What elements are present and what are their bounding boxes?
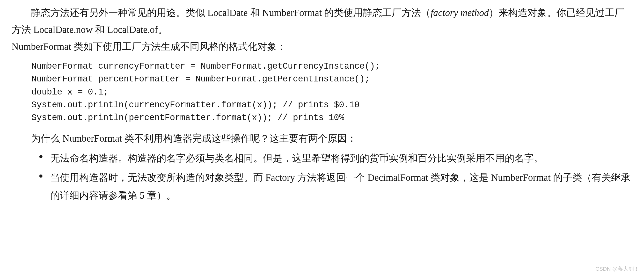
text: 当使用构造器时，无法改变所构造的对象类型。而 bbox=[50, 172, 266, 183]
text: 类不利用构造器完成这些操作呢？这主要有两个原因： bbox=[122, 133, 356, 144]
classname-localdate: LocalDate bbox=[208, 7, 248, 18]
text: 为什么 bbox=[31, 133, 62, 144]
code-line-1: NumberFormat currencyFormatter = NumberF… bbox=[32, 62, 380, 71]
text: 和 bbox=[92, 24, 107, 35]
watermark: CSDN @蒋大钊！ bbox=[596, 264, 639, 274]
bullet-text: 无法命名构造器。构造器的名字必须与类名相同。但是，这里希望将得到的货币实例和百分… bbox=[50, 153, 544, 164]
classname-numberformat: NumberFormat bbox=[262, 7, 322, 18]
list-item: 无法命名构造器。构造器的名字必须与类名相同。但是，这里希望将得到的货币实例和百分… bbox=[12, 149, 632, 167]
text: 。 bbox=[158, 24, 168, 35]
code-line-3: double x = 0.1; bbox=[32, 87, 108, 97]
term-factory: Factory bbox=[266, 172, 295, 183]
code-line-4: System.out.println(currencyFormatter.for… bbox=[32, 100, 360, 110]
classname-numberformat-3: NumberFormat bbox=[62, 133, 122, 144]
classname-numberformat-4: NumberFormat bbox=[491, 172, 551, 183]
text: 类对象，这是 bbox=[428, 172, 491, 183]
text: 和 bbox=[248, 7, 262, 18]
text: 静态方法还有另外一种常见的用途。类似 bbox=[31, 7, 208, 18]
intro-paragraph: 静态方法还有另外一种常见的用途。类似 LocalDate 和 NumberFor… bbox=[12, 4, 632, 55]
code-block: NumberFormat currencyFormatter = NumberF… bbox=[32, 60, 632, 124]
code-line-5: System.out.println(percentFormatter.form… bbox=[32, 113, 344, 123]
text: 的类使用静态工厂方法（ bbox=[322, 7, 430, 18]
method-localdate-now: LocalDate.now bbox=[33, 24, 92, 35]
list-item: 当使用构造器时，无法改变所构造的对象类型。而 Factory 方法将返回一个 D… bbox=[12, 169, 632, 204]
term-factory-method: factory method bbox=[430, 7, 489, 18]
bullet-list: 无法命名构造器。构造器的名字必须与类名相同。但是，这里希望将得到的货币实例和百分… bbox=[12, 149, 632, 204]
question-paragraph: 为什么 NumberFormat 类不利用构造器完成这些操作呢？这主要有两个原因… bbox=[12, 130, 632, 147]
method-localdate-of: LocalDate.of bbox=[107, 24, 158, 35]
text: 方法将返回一个 bbox=[295, 172, 368, 183]
text: 类如下使用工厂方法生成不同风格的格式化对象： bbox=[71, 41, 286, 52]
classname-numberformat-2: NumberFormat bbox=[12, 41, 71, 52]
classname-decimalformat: DecimalFormat bbox=[368, 172, 428, 183]
code-line-2: NumberFormat percentFormatter = NumberFo… bbox=[32, 74, 370, 84]
